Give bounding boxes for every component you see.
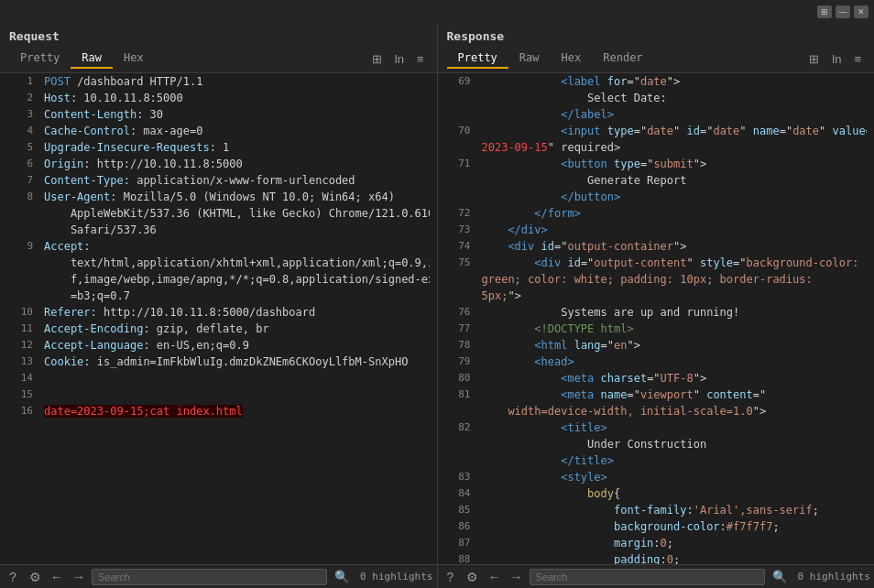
- table-row: text/html,application/xhtml+xml,applicat…: [0, 255, 437, 271]
- response-content[interactable]: 69 <label for="date"> Select Date: </lab…: [438, 73, 875, 564]
- table-row: 78 <html lang="en">: [438, 337, 875, 354]
- layout-icon[interactable]: ⊞: [817, 5, 832, 18]
- table-row: 5Upgrade-Insecure-Requests: 1: [0, 139, 437, 156]
- table-row: 77 <!DOCTYPE html>: [438, 321, 875, 337]
- table-row: 76 Systems are up and running!: [438, 304, 875, 321]
- table-row: 82 <title>: [438, 419, 875, 436]
- request-ln-btn[interactable]: ln: [391, 50, 408, 68]
- bottom-bar: ? ⚙ ← → 🔍 0 highlights ? ⚙ ← → 🔍 0 highl…: [0, 564, 874, 588]
- response-forward-btn[interactable]: →: [508, 568, 526, 586]
- table-row: 7Content-Type: application/x-www-form-ur…: [0, 172, 437, 189]
- table-row: 73 </div>: [438, 222, 875, 238]
- request-tabs: Pretty Raw Hex ⊞ ln ≡: [9, 49, 428, 69]
- table-row: 12Accept-Language: en-US,en;q=0.9: [0, 337, 437, 354]
- table-row: 69 <label for="date">: [438, 73, 875, 90]
- table-row: Generate Report: [438, 172, 875, 189]
- close-icon[interactable]: ✕: [854, 5, 869, 18]
- table-row: 86 background-color:#f7f7f7;: [438, 518, 875, 535]
- response-panel: Response Pretty Raw Hex Render ⊞ ln ≡ 69…: [438, 24, 875, 564]
- table-row: 9Accept:: [0, 238, 437, 255]
- response-format-btn[interactable]: ⊞: [805, 50, 823, 68]
- response-search-input[interactable]: [530, 569, 765, 585]
- response-title: Response: [447, 29, 866, 43]
- request-content[interactable]: 1POST /dashboard HTTP/1.12Host: 10.10.11…: [0, 73, 437, 564]
- request-title: Request: [9, 29, 428, 43]
- table-row: 75 <div id="output-content" style="backg…: [438, 255, 875, 271]
- response-help-btn[interactable]: ?: [442, 568, 460, 586]
- table-row: 14: [0, 370, 437, 387]
- window-controls: ⊞ — ✕: [0, 0, 874, 24]
- request-format-btn[interactable]: ⊞: [368, 50, 386, 68]
- table-row: 70 <input type="date" id="date" name="da…: [438, 123, 875, 139]
- table-row: 4Cache-Control: max-age=0: [0, 123, 437, 139]
- response-panel-header: Response Pretty Raw Hex Render ⊞ ln ≡: [438, 24, 875, 73]
- table-row: width=device-width, initial-scale=1.0">: [438, 403, 875, 419]
- table-row: 15: [0, 387, 437, 403]
- tab-response-hex[interactable]: Hex: [551, 49, 593, 69]
- table-row: 8User-Agent: Mozilla/5.0 (Windows NT 10.…: [0, 189, 437, 205]
- request-forward-btn[interactable]: →: [70, 568, 88, 586]
- table-row: 79 <head>: [438, 354, 875, 370]
- response-ln-btn[interactable]: ln: [828, 50, 845, 68]
- table-row: 16date=2023-09-15;cat index.html: [0, 403, 437, 419]
- table-row: f,image/webp,image/apng,*/*;q=0.8,applic…: [0, 271, 437, 288]
- table-row: </title>: [438, 452, 875, 469]
- table-row: 84 body{: [438, 485, 875, 502]
- table-row: Select Date:: [438, 90, 875, 106]
- response-settings-btn[interactable]: ⚙: [464, 568, 482, 586]
- minimize-icon[interactable]: —: [836, 5, 850, 18]
- response-bottom: ? ⚙ ← → 🔍 0 highlights: [438, 565, 875, 588]
- response-tabs: Pretty Raw Hex Render ⊞ ln ≡: [447, 49, 866, 69]
- table-row: 74 <div id="output-container">: [438, 238, 875, 255]
- request-back-btn[interactable]: ←: [48, 568, 66, 586]
- table-row: 81 <meta name="viewport" content=": [438, 387, 875, 403]
- request-highlight-count: 0 highlights: [360, 571, 432, 583]
- response-search-btn[interactable]: 🔍: [769, 568, 791, 585]
- table-row: 72 </form>: [438, 205, 875, 222]
- table-row: 87 margin:0;: [438, 535, 875, 551]
- table-row: 10Referer: http://10.10.11.8:5000/dashbo…: [0, 304, 437, 321]
- table-row: </label>: [438, 106, 875, 123]
- request-panel: Request Pretty Raw Hex ⊞ ln ≡ 1POST /das…: [0, 24, 438, 564]
- table-row: 88 padding:0;: [438, 551, 875, 564]
- table-row: 1POST /dashboard HTTP/1.1: [0, 73, 437, 90]
- table-row: 3Content-Length: 30: [0, 106, 437, 123]
- table-row: 5px;">: [438, 288, 875, 304]
- table-row: Safari/537.36: [0, 222, 437, 238]
- table-row: 80 <meta charset="UTF-8">: [438, 370, 875, 387]
- request-panel-header: Request Pretty Raw Hex ⊞ ln ≡: [0, 24, 437, 73]
- table-row: 71 <button type="submit">: [438, 156, 875, 172]
- table-row: 13Cookie: is_admin=ImFkbWluIg.dmzDkZNEm6…: [0, 354, 437, 370]
- response-tab-actions: ⊞ ln ≡: [805, 50, 865, 68]
- request-settings-btn[interactable]: ⚙: [26, 568, 44, 586]
- request-search-btn[interactable]: 🔍: [331, 568, 353, 585]
- table-row: 2023-09-15" required>: [438, 139, 875, 156]
- request-help-btn[interactable]: ?: [4, 568, 22, 586]
- response-highlight-count: 0 highlights: [798, 571, 870, 583]
- response-back-btn[interactable]: ←: [486, 568, 504, 586]
- table-row: Under Construction: [438, 436, 875, 452]
- tab-request-pretty[interactable]: Pretty: [9, 49, 71, 69]
- response-more-btn[interactable]: ≡: [850, 50, 865, 68]
- table-row: </button>: [438, 189, 875, 205]
- request-more-btn[interactable]: ≡: [413, 50, 428, 68]
- table-row: 85 font-family:'Arial',sans-serif;: [438, 502, 875, 518]
- request-bottom: ? ⚙ ← → 🔍 0 highlights: [0, 565, 438, 588]
- request-tab-actions: ⊞ ln ≡: [368, 50, 428, 68]
- tab-response-render[interactable]: Render: [592, 49, 653, 69]
- table-row: green; color: white; padding: 10px; bord…: [438, 271, 875, 288]
- table-row: 2Host: 10.10.11.8:5000: [0, 90, 437, 106]
- table-row: 83 <style>: [438, 469, 875, 485]
- table-row: AppleWebKit/537.36 (KHTML, like Gecko) C…: [0, 205, 437, 222]
- tab-response-pretty[interactable]: Pretty: [447, 49, 508, 69]
- table-row: =b3;q=0.7: [0, 288, 437, 304]
- tab-request-hex[interactable]: Hex: [113, 49, 155, 69]
- tab-request-raw[interactable]: Raw: [71, 49, 113, 69]
- tab-response-raw[interactable]: Raw: [508, 49, 551, 69]
- request-search-input[interactable]: [92, 569, 327, 585]
- table-row: 6Origin: http://10.10.11.8:5000: [0, 156, 437, 172]
- table-row: 11Accept-Encoding: gzip, deflate, br: [0, 321, 437, 337]
